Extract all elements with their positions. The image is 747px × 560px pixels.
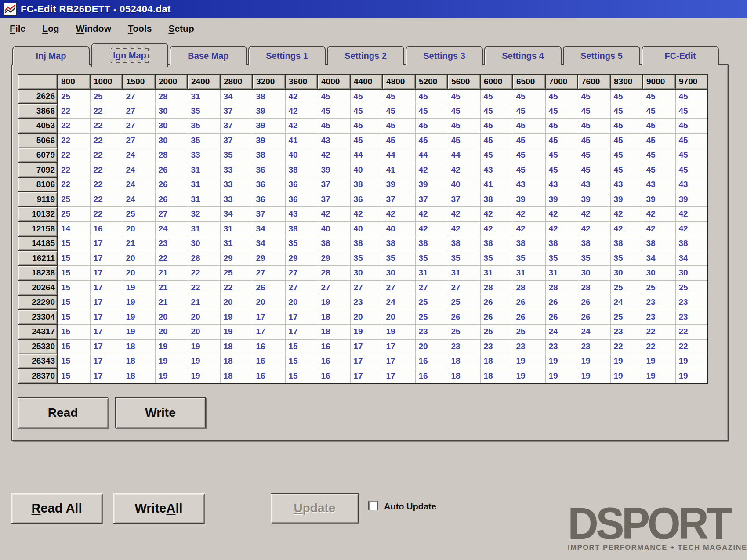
map-cell[interactable]: 31 — [448, 266, 480, 281]
map-cell[interactable]: 25 — [643, 280, 675, 295]
map-cell[interactable]: 45 — [675, 133, 708, 148]
map-cell[interactable]: 17 — [90, 280, 123, 295]
row-header-26343[interactable]: 26343 — [18, 354, 58, 369]
map-cell[interactable]: 30 — [155, 119, 188, 134]
map-cell[interactable]: 30 — [155, 133, 188, 148]
map-cell[interactable]: 22 — [58, 119, 90, 134]
write-button[interactable]: Write — [115, 397, 206, 428]
map-cell[interactable]: 42 — [285, 89, 318, 104]
map-cell[interactable]: 18 — [318, 310, 350, 325]
map-cell[interactable]: 26 — [155, 192, 188, 207]
map-cell[interactable]: 45 — [578, 104, 610, 119]
row-header-16211[interactable]: 16211 — [18, 251, 58, 266]
map-cell[interactable]: 42 — [643, 221, 675, 236]
map-cell[interactable]: 38 — [350, 236, 383, 251]
map-cell[interactable]: 45 — [578, 148, 610, 163]
write-all-button[interactable]: Write All — [113, 493, 204, 524]
row-header-10132[interactable]: 10132 — [18, 207, 58, 222]
map-cell[interactable]: 38 — [285, 163, 318, 177]
map-cell[interactable]: 22 — [155, 251, 188, 266]
map-cell[interactable]: 39 — [415, 177, 448, 192]
map-cell[interactable]: 44 — [415, 148, 448, 163]
col-header-9000[interactable]: 9000 — [643, 74, 675, 89]
read-all-button[interactable]: Read All — [11, 493, 102, 524]
map-cell[interactable]: 42 — [350, 207, 383, 222]
map-cell[interactable]: 41 — [285, 133, 318, 148]
map-cell[interactable]: 18 — [123, 339, 155, 354]
row-header-12158[interactable]: 12158 — [18, 221, 58, 236]
map-cell[interactable]: 26 — [480, 310, 513, 325]
map-cell[interactable]: 27 — [253, 266, 285, 281]
map-cell[interactable]: 19 — [188, 369, 220, 383]
col-header-6000[interactable]: 6000 — [480, 74, 513, 89]
map-cell[interactable]: 21 — [123, 236, 155, 251]
map-cell[interactable]: 36 — [285, 177, 318, 192]
map-cell[interactable]: 43 — [285, 207, 318, 222]
map-cell[interactable]: 45 — [415, 119, 448, 134]
map-cell[interactable]: 33 — [188, 148, 220, 163]
map-cell[interactable]: 17 — [90, 339, 123, 354]
map-cell[interactable]: 45 — [545, 163, 578, 177]
map-cell[interactable]: 16 — [318, 354, 350, 369]
map-cell[interactable]: 27 — [123, 104, 155, 119]
col-header-3600[interactable]: 3600 — [285, 74, 318, 89]
map-cell[interactable]: 18 — [220, 369, 253, 383]
map-cell[interactable]: 15 — [58, 354, 90, 369]
map-cell[interactable]: 45 — [643, 104, 675, 119]
map-cell[interactable]: 40 — [318, 221, 350, 236]
map-cell[interactable]: 31 — [188, 89, 220, 104]
map-cell[interactable]: 15 — [58, 295, 90, 310]
map-cell[interactable]: 33 — [220, 177, 253, 192]
map-cell[interactable]: 45 — [643, 148, 675, 163]
map-cell[interactable]: 45 — [610, 104, 643, 119]
auto-update-checkbox[interactable] — [368, 501, 378, 510]
map-cell[interactable]: 38 — [285, 221, 318, 236]
map-cell[interactable]: 40 — [350, 221, 383, 236]
map-cell[interactable]: 45 — [480, 133, 513, 148]
map-cell[interactable]: 24 — [545, 325, 578, 340]
map-cell[interactable]: 15 — [285, 339, 318, 354]
map-cell[interactable]: 19 — [675, 354, 708, 369]
map-cell[interactable]: 41 — [480, 177, 513, 192]
map-cell[interactable]: 17 — [253, 325, 285, 340]
map-cell[interactable]: 45 — [513, 148, 545, 163]
map-cell[interactable]: 45 — [578, 89, 610, 104]
map-cell[interactable]: 30 — [675, 266, 708, 281]
map-cell[interactable]: 35 — [545, 251, 578, 266]
map-cell[interactable]: 45 — [448, 133, 480, 148]
map-cell[interactable]: 37 — [318, 177, 350, 192]
map-cell[interactable]: 45 — [350, 119, 383, 134]
map-cell[interactable]: 19 — [123, 325, 155, 340]
map-cell[interactable]: 42 — [513, 221, 545, 236]
map-cell[interactable]: 19 — [610, 369, 643, 383]
map-cell[interactable]: 30 — [610, 266, 643, 281]
col-header-3200[interactable]: 3200 — [253, 74, 285, 89]
map-cell[interactable]: 25 — [610, 280, 643, 295]
map-cell[interactable]: 36 — [253, 177, 285, 192]
map-cell[interactable]: 25 — [415, 310, 448, 325]
map-cell[interactable]: 18 — [480, 354, 513, 369]
map-cell[interactable]: 33 — [220, 192, 253, 207]
map-cell[interactable]: 45 — [643, 119, 675, 134]
row-header-5066[interactable]: 5066 — [18, 133, 58, 148]
map-cell[interactable]: 26 — [578, 310, 610, 325]
map-cell[interactable]: 19 — [643, 369, 675, 383]
col-header-7000[interactable]: 7000 — [545, 74, 578, 89]
map-cell[interactable]: 44 — [350, 148, 383, 163]
map-cell[interactable]: 45 — [545, 119, 578, 134]
map-cell[interactable]: 16 — [253, 339, 285, 354]
col-header-4000[interactable]: 4000 — [318, 74, 350, 89]
map-cell[interactable]: 24 — [383, 295, 415, 310]
map-cell[interactable]: 30 — [188, 236, 220, 251]
map-cell[interactable]: 19 — [545, 369, 578, 383]
row-header-14185[interactable]: 14185 — [18, 236, 58, 251]
row-header-8106[interactable]: 8106 — [18, 177, 58, 192]
map-cell[interactable]: 45 — [610, 133, 643, 148]
map-cell[interactable]: 28 — [480, 280, 513, 295]
map-cell[interactable]: 17 — [90, 236, 123, 251]
map-cell[interactable]: 26 — [578, 295, 610, 310]
map-cell[interactable]: 20 — [285, 295, 318, 310]
map-cell[interactable]: 17 — [90, 251, 123, 266]
col-header-2400[interactable]: 2400 — [188, 74, 220, 89]
map-cell[interactable]: 17 — [90, 325, 123, 340]
